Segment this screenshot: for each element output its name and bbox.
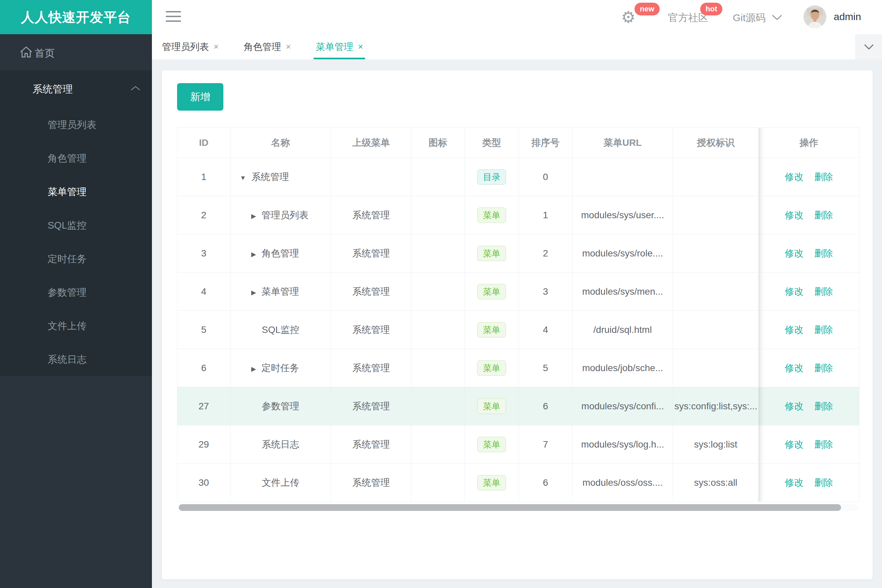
sidebar-home-label: 首页 <box>35 46 55 60</box>
type-badge: 菜单 <box>477 399 506 414</box>
cell-actions: 修改删除 <box>759 425 859 464</box>
cell-auth-mark <box>673 349 759 387</box>
cell-name: ▼系统管理 <box>230 158 331 196</box>
cell-auth-mark <box>673 234 759 273</box>
open-tabs: 管理员列表 × 角色管理 × 菜单管理 × <box>162 34 363 59</box>
edit-link[interactable]: 修改 <box>785 286 804 297</box>
cell-id: 5 <box>177 311 230 349</box>
menu-name: 系统管理 <box>251 172 289 182</box>
edit-link[interactable]: 修改 <box>785 363 804 373</box>
tab-role-management[interactable]: 角色管理 × <box>243 34 291 59</box>
delete-link[interactable]: 删除 <box>814 210 833 220</box>
sidebar: 首页 系统管理 管理员列表 角色管理 菜单管理 SQL监控 定时任务 参数管理 … <box>0 34 152 588</box>
edit-link[interactable]: 修改 <box>785 324 804 335</box>
table-row: 6▶定时任务系统管理菜单5modules/job/sche...修改删除 <box>177 349 859 387</box>
cell-actions: 修改删除 <box>759 196 859 234</box>
sidebar-item-file-upload[interactable]: 文件上传 <box>0 309 152 343</box>
tab-label: 管理员列表 <box>162 40 209 53</box>
cell-parent-menu: 系统管理 <box>331 273 412 311</box>
cell-parent-menu: 系统管理 <box>331 387 412 425</box>
sidebar-item-admin-list[interactable]: 管理员列表 <box>0 108 152 141</box>
type-badge: 菜单 <box>477 322 506 338</box>
username-label[interactable]: admin <box>834 11 861 22</box>
cell-type: 菜单 <box>465 273 519 311</box>
gear-icon[interactable]: ⚙ <box>621 9 636 26</box>
cell-menu-url: /druid/sql.html <box>572 311 673 349</box>
tab-admin-list[interactable]: 管理员列表 × <box>162 34 219 59</box>
git-source-link[interactable]: Git源码 <box>733 11 766 25</box>
top-header: 人人快速开发平台 ⚙ new 官方社区 hot Git源码 admin <box>0 0 882 34</box>
sidebar-submenu: 管理员列表 角色管理 菜单管理 SQL监控 定时任务 参数管理 文件上传 系统日… <box>0 108 152 376</box>
delete-link[interactable]: 删除 <box>814 286 833 297</box>
table-row: 4▶菜单管理系统管理菜单3modules/sys/men...修改删除 <box>177 273 859 311</box>
sidebar-item-role-management[interactable]: 角色管理 <box>0 141 152 175</box>
horizontal-scrollbar <box>178 504 858 511</box>
sidebar-item-scheduled-tasks[interactable]: 定时任务 <box>0 242 152 276</box>
cell-actions: 修改删除 <box>759 387 859 425</box>
close-icon[interactable]: × <box>286 42 291 52</box>
col-parent-menu: 上级菜单 <box>331 128 412 158</box>
delete-link[interactable]: 删除 <box>814 401 833 411</box>
tab-menu-management[interactable]: 菜单管理 × <box>316 34 363 59</box>
cell-icon <box>412 273 465 311</box>
sidebar-group-header[interactable]: 系统管理 <box>0 70 152 105</box>
expand-arrow-icon[interactable]: ▶ <box>251 289 256 296</box>
expand-arrow-icon[interactable]: ▶ <box>251 251 256 258</box>
close-icon[interactable]: × <box>358 42 363 52</box>
col-name: 名称 <box>230 128 331 158</box>
cell-id: 27 <box>177 387 230 425</box>
tab-label: 菜单管理 <box>316 40 353 53</box>
type-badge: 菜单 <box>477 284 506 299</box>
type-badge: 菜单 <box>477 246 506 261</box>
cell-type: 菜单 <box>465 234 519 273</box>
cell-id: 29 <box>177 425 230 464</box>
sidebar-item-param-management[interactable]: 参数管理 <box>0 276 152 309</box>
edit-link[interactable]: 修改 <box>785 172 804 182</box>
cell-order: 4 <box>519 311 572 349</box>
type-badge: 菜单 <box>477 207 506 223</box>
edit-link[interactable]: 修改 <box>785 477 804 488</box>
user-avatar[interactable] <box>804 5 826 28</box>
cell-auth-mark: sys:oss:all <box>673 464 759 502</box>
cell-type: 目录 <box>465 158 519 196</box>
table-row: 2▶管理员列表系统管理菜单1modules/sys/user....修改删除 <box>177 196 859 234</box>
close-icon[interactable]: × <box>213 42 219 52</box>
cell-type: 菜单 <box>465 387 519 425</box>
col-type: 类型 <box>465 128 519 158</box>
cell-icon <box>412 349 465 387</box>
menu-name: 菜单管理 <box>261 286 299 297</box>
horizontal-scrollbar-thumb[interactable] <box>179 504 841 511</box>
cell-actions: 修改删除 <box>759 464 859 502</box>
sidebar-item-home[interactable]: 首页 <box>0 34 152 70</box>
delete-link[interactable]: 删除 <box>814 248 833 258</box>
edit-link[interactable]: 修改 <box>785 401 804 411</box>
cell-menu-url: modules/job/sche... <box>572 349 673 387</box>
cell-id: 1 <box>177 158 230 196</box>
cell-order: 3 <box>519 273 572 311</box>
cell-name: SQL监控 <box>230 311 331 349</box>
expand-arrow-icon[interactable]: ▶ <box>251 365 256 372</box>
delete-link[interactable]: 删除 <box>814 477 833 488</box>
sidebar-item-system-log[interactable]: 系统日志 <box>0 343 152 376</box>
sidebar-item-sql-monitor[interactable]: SQL监控 <box>0 208 152 242</box>
expand-arrow-icon[interactable]: ▶ <box>251 213 256 220</box>
new-badge: new <box>634 3 660 15</box>
edit-link[interactable]: 修改 <box>785 439 804 450</box>
delete-link[interactable]: 删除 <box>814 324 833 335</box>
edit-link[interactable]: 修改 <box>785 210 804 220</box>
cell-menu-url: modules/sys/log.h... <box>572 425 673 464</box>
delete-link[interactable]: 删除 <box>814 172 833 182</box>
delete-link[interactable]: 删除 <box>814 439 833 450</box>
delete-link[interactable]: 删除 <box>814 363 833 373</box>
tabs-dropdown-button[interactable] <box>855 34 882 59</box>
hamburger-menu-icon[interactable] <box>166 11 181 23</box>
table-body: 1▼系统管理目录0修改删除2▶管理员列表系统管理菜单1modules/sys/u… <box>177 158 859 502</box>
add-button[interactable]: 新增 <box>177 83 223 111</box>
chevron-down-icon[interactable] <box>771 14 783 21</box>
edit-link[interactable]: 修改 <box>785 248 804 258</box>
collapse-arrow-icon[interactable]: ▼ <box>240 174 246 182</box>
sidebar-item-menu-management[interactable]: 菜单管理 <box>0 175 152 208</box>
cell-name: ▶角色管理 <box>230 234 331 273</box>
col-menu-url: 菜单URL <box>572 128 673 158</box>
cell-auth-mark: sys:log:list <box>673 425 759 464</box>
